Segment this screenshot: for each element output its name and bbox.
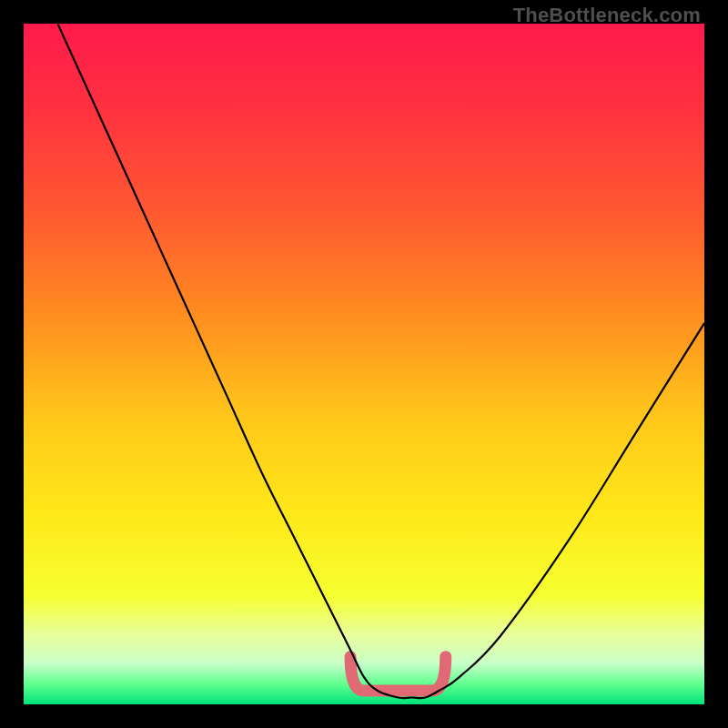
chart-svg: [24, 24, 704, 704]
watermark-text: TheBottleneck.com: [513, 4, 701, 27]
minimum-marker: [350, 657, 446, 691]
plot-area: [24, 24, 704, 704]
chart-frame: TheBottleneck.com: [0, 0, 728, 728]
bottleneck-curve: [57, 24, 704, 698]
